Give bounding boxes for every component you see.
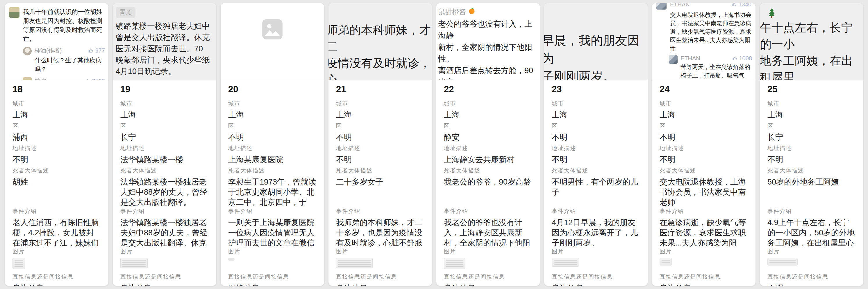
field-label-address: 地址描述 [444, 145, 532, 152]
field-value-deceased: 不明男性，有个两岁的儿子 [552, 177, 640, 197]
field-value-event: 老人住浦西，有陈旧性脑梗，4.2摔跤，女儿被封在浦东过不了江，妹妹们虽住浦西但也… [12, 218, 101, 248]
field-value-direct: 网络信息 [228, 283, 316, 286]
field-value-event: 一则关于上海某康复医院一位病人因疫情管理无人护理而去世的文章在微信群里流转。最早… [228, 218, 316, 248]
evidence-screenshot: 师弟的本科师妹，才二 疫情没有及时就诊，心 天就去世了 [329, 3, 432, 80]
field-label-city: 城市 [552, 100, 640, 107]
field-label-city: 城市 [228, 100, 316, 107]
field-value-event: 我老公的爷爷也没有计入，上海静安区共康新村，全家阴的情况下他阳性，被转去隔离酒店… [444, 218, 532, 248]
field-label-direct: 直接信息还是间接信息 [552, 273, 640, 281]
commenter-name: 敏宴 [35, 77, 46, 80]
field-value-city: 上海 [552, 110, 640, 120]
field-label-direct: 直接信息还是间接信息 [659, 273, 748, 281]
like-count: 977 [88, 47, 105, 54]
field-value-address: 上海某康复医院 [228, 155, 316, 165]
field-value-address: 不明 [768, 155, 856, 165]
field-value-city: 上海 [120, 110, 209, 120]
avatar [656, 3, 666, 9]
evidence-thumbnail[interactable] [768, 258, 798, 265]
field-label-event: 事件介绍 [228, 208, 316, 215]
record-card-23[interactable]: 早晨，我的朋友因为 子刚刚两岁。 23 城市上海 区不明 地址描述不明 死者大体… [544, 3, 648, 286]
field-label-image: 图片 [336, 248, 425, 255]
field-value-direct: 身边信息 [120, 283, 209, 286]
tree-emoji-icon [768, 8, 863, 20]
field-label-city: 城市 [444, 100, 532, 107]
evidence-screenshot: 鼠甜橙酱 老公的爷爷也没有计入，上海静 新村，全家阴的情况下他阳性。 离酒店后差… [436, 3, 540, 80]
thumbs-up-icon [88, 48, 94, 53]
field-value-event: 4.9上午十点左右，长宁的一小区内，50岁的外地务工阿姨，在出租屋里心梗发作，等… [768, 218, 856, 248]
field-label-event: 事件介绍 [444, 208, 532, 215]
field-value-deceased: 交大电院退休教授，上海书协会员，书法家吴中南老师 [659, 177, 748, 208]
post-text: 早晨，我的朋友因为 子刚刚两岁。 [544, 32, 648, 80]
commenter-name: ETHAN [670, 3, 690, 8]
field-label-image: 图片 [228, 248, 316, 255]
comment-text: 什么时候？生了其他疾病吗？ [35, 56, 105, 74]
card-number: 22 [444, 84, 532, 95]
field-label-deceased: 死者大体描述 [659, 167, 748, 174]
field-value-city: 上海 [659, 110, 748, 120]
evidence-screenshot: 我几十年前就认识的一位胡姓朋友也是因为封控、核酸检测等原因没有得到及时救治而死亡… [5, 3, 108, 80]
evidence-thumbnail[interactable] [659, 258, 672, 265]
field-value-direct: 身边信息 [12, 283, 101, 286]
field-label-deceased: 死者大体描述 [768, 167, 856, 174]
evidence-thumbnail[interactable] [444, 258, 465, 269]
comment-text: 我几十年前就认识的一位胡姓朋友也是因为封控、核酸检测等原因没有得到及时救治而死亡… [23, 7, 104, 43]
record-card-21[interactable]: 师弟的本科师妹，才二 疫情没有及时就诊，心 天就去世了 21 城市上海 区不明 … [328, 3, 432, 286]
field-value-city: 上海 [228, 110, 316, 120]
record-card-24[interactable]: ETHAN 1340 交大电院退休教授，上海书协会员，书法家吴中南老师在急诊病逝… [652, 3, 756, 286]
evidence-screenshot: 置顶 镇路某楼一楼独居老夫妇中 曾是交大出版社翻译。休克 医无对接医院而去世。7… [113, 3, 216, 80]
field-value-deceased: 胡姓 [12, 177, 101, 187]
evidence-thumbnail[interactable] [336, 258, 373, 268]
note-text: 镇路某楼一楼独居老夫妇中 曾是交大出版社翻译。休克 医无对接医院而去世。70 晚… [116, 21, 216, 77]
field-value-address: 上海静安去共康新村 [444, 155, 532, 165]
field-label-image: 图片 [12, 248, 101, 255]
field-value-event: 在急诊病逝，缺少氧气等医疗资源，哀求医生求职未果...夫人亦感染为阳性。吴老师苦… [659, 218, 748, 248]
field-value-city: 上海 [768, 110, 856, 120]
field-value-direct: 身边信息 [552, 283, 640, 286]
post-text: 午十点左右，长宁的一小 地务工阿姨，在出租屋里 了2个小时的120赶到时人 [760, 20, 863, 80]
avatar [669, 55, 678, 64]
record-card-19[interactable]: 置顶 镇路某楼一楼独居老夫妇中 曾是交大出版社翻译。休克 医无对接医院而去世。7… [113, 3, 217, 286]
thumbs-up-icon [732, 3, 737, 7]
record-card-22[interactable]: 鼠甜橙酱 老公的爷爷也没有计入，上海静 新村，全家阴的情况下他阳性。 离酒店后差… [436, 3, 540, 286]
field-label-direct: 直接信息还是间接信息 [336, 273, 425, 281]
field-label-address: 地址描述 [228, 145, 316, 152]
field-label-district: 区 [768, 122, 856, 130]
field-value-district: 不明 [228, 132, 316, 142]
field-value-city: 上海 [444, 110, 532, 120]
field-label-city: 城市 [659, 100, 748, 107]
field-label-direct: 直接信息还是间接信息 [120, 273, 209, 281]
field-label-city: 城市 [120, 100, 209, 107]
evidence-thumbnail[interactable] [228, 258, 235, 260]
evidence-screenshot [221, 3, 324, 80]
field-value-address: 不明 [552, 155, 640, 165]
field-value-district: 长宁 [120, 132, 209, 142]
field-label-image: 图片 [552, 248, 640, 255]
record-card-25[interactable]: 午十点左右，长宁的一小 地务工阿姨，在出租屋里 了2个小时的120赶到时人 25… [760, 3, 864, 286]
field-label-direct: 直接信息还是间接信息 [444, 273, 532, 281]
evidence-thumbnail[interactable] [552, 258, 579, 267]
field-label-image: 图片 [444, 248, 532, 255]
field-label-event: 事件介绍 [120, 208, 209, 215]
card-number: 18 [12, 84, 101, 95]
field-label-event: 事件介绍 [12, 208, 101, 215]
post-text: 老公的爷爷也没有计入，上海静 新村，全家阴的情况下他阳性。 离酒店后差点转去方舱… [438, 18, 540, 80]
field-label-direct: 直接信息还是间接信息 [12, 273, 101, 281]
commenter-name: 柿油(作者) [35, 47, 62, 55]
evidence-thumbnail[interactable] [120, 258, 148, 268]
evidence-screenshot: 早晨，我的朋友因为 子刚刚两岁。 [544, 3, 648, 80]
field-value-district: 不明 [552, 132, 640, 142]
record-card-20[interactable]: 20 城市上海 区不明 地址描述上海某康复医院 死者大体描述李昶生于1973年，… [220, 3, 324, 286]
field-value-event: 我师弟的本科师妹，才二十多岁，也是因为疫情没有及时就诊，心脏不舒服送医院隔天就去… [336, 218, 425, 248]
commenter-name: ETHAN [681, 55, 700, 62]
field-value-event: 4月12日早晨，我的朋友因为心梗永远离开了，儿子刚刚两岁。 [552, 218, 640, 248]
record-card-18[interactable]: 我几十年前就认识的一位胡姓朋友也是因为封控、核酸检测等原因没有得到及时救治而死亡… [5, 3, 109, 286]
field-label-image: 图片 [768, 248, 856, 255]
thumbs-up-icon [732, 56, 738, 61]
evidence-screenshot: ETHAN 1340 交大电院退休教授，上海书协会员，书法家吴中南老师在急诊病逝… [652, 3, 755, 80]
orange-emoji-icon [468, 7, 475, 16]
evidence-thumbnail[interactable] [12, 258, 25, 269]
field-value-city: 上海 [12, 110, 101, 120]
field-label-deceased: 死者大体描述 [336, 167, 425, 174]
thumbs-up-icon [85, 78, 90, 80]
field-label-event: 事件介绍 [336, 208, 425, 215]
